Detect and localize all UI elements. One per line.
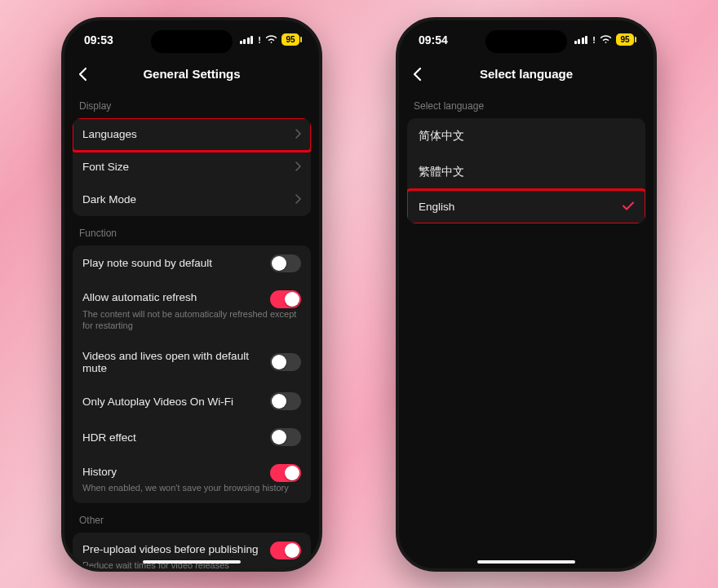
navbar: General Settings bbox=[64, 60, 319, 89]
dynamic-island bbox=[151, 30, 233, 53]
toggle-default-mute[interactable] bbox=[270, 353, 301, 371]
toggle-hdr[interactable] bbox=[270, 428, 301, 446]
row-sublabel: When enabled, we won't save your browsin… bbox=[82, 482, 289, 494]
function-group: Play note sound by default Allow automat… bbox=[73, 245, 311, 504]
section-function-label: Function bbox=[73, 216, 311, 245]
chevron-right-icon bbox=[295, 127, 301, 142]
row-label: Font Size bbox=[82, 161, 129, 173]
lang-option-english[interactable]: English bbox=[407, 190, 645, 223]
row-label: Dark Mode bbox=[82, 193, 136, 206]
wifi-icon bbox=[600, 34, 612, 46]
dynamic-island bbox=[485, 30, 567, 53]
page-title: General Settings bbox=[143, 67, 240, 81]
status-time: 09:54 bbox=[419, 33, 448, 46]
battery-icon: 95 bbox=[616, 33, 634, 46]
toggle-autoplay-wifi[interactable] bbox=[270, 392, 301, 410]
row-auto-refresh[interactable]: Allow automatic refresh The content will… bbox=[73, 281, 311, 342]
toggle-auto-refresh[interactable] bbox=[270, 290, 301, 308]
row-autoplay-wifi[interactable]: Only Autoplay Videos On Wi-Fi bbox=[73, 383, 311, 419]
check-icon bbox=[623, 201, 634, 213]
row-label: Only Autoplay Videos On Wi-Fi bbox=[82, 396, 233, 408]
content-scroll[interactable]: Select language 简体中文 繁體中文 English bbox=[399, 89, 654, 568]
lang-option-simplified[interactable]: 简体中文 bbox=[407, 118, 645, 154]
row-default-mute[interactable]: Videos and lives open with default mute bbox=[73, 341, 311, 383]
chevron-right-icon bbox=[295, 192, 301, 207]
lang-label: 繁體中文 bbox=[419, 165, 464, 179]
section-display-label: Display bbox=[73, 89, 311, 118]
cellular-icon bbox=[574, 36, 588, 44]
lang-label: English bbox=[419, 201, 454, 213]
home-indicator[interactable] bbox=[477, 560, 575, 564]
row-label: Languages bbox=[82, 128, 137, 140]
row-label: HDR effect bbox=[82, 431, 136, 444]
status-time: 09:53 bbox=[84, 33, 113, 46]
cellular-alert-icon: ! bbox=[592, 35, 596, 45]
row-label: Videos and lives open with default mute bbox=[82, 350, 270, 374]
section-other-label: Other bbox=[73, 503, 311, 533]
wifi-icon bbox=[265, 34, 277, 46]
chevron-right-icon bbox=[295, 160, 301, 175]
row-sublabel: The content will not be automatically re… bbox=[82, 308, 301, 333]
content-scroll[interactable]: Display Languages Font Size Dark Mode Fu… bbox=[64, 89, 319, 568]
lang-label: 简体中文 bbox=[419, 129, 464, 144]
row-languages[interactable]: Languages bbox=[73, 118, 311, 151]
cellular-icon bbox=[240, 36, 254, 44]
back-button[interactable] bbox=[74, 66, 91, 82]
section-select-language-label: Select language bbox=[407, 89, 645, 118]
page-title: Select language bbox=[480, 67, 573, 81]
battery-icon: 95 bbox=[281, 33, 299, 46]
row-label: Play note sound by default bbox=[82, 257, 212, 269]
row-play-note[interactable]: Play note sound by default bbox=[73, 245, 311, 281]
language-group: 简体中文 繁體中文 English bbox=[407, 118, 645, 223]
row-hdr[interactable]: HDR effect bbox=[73, 419, 311, 455]
row-label: History bbox=[82, 466, 117, 478]
phone-left: 09:53 ! 95 General Settings Display Lang… bbox=[61, 17, 322, 572]
display-group: Languages Font Size Dark Mode bbox=[73, 118, 311, 216]
home-indicator[interactable] bbox=[143, 560, 241, 564]
toggle-play-note[interactable] bbox=[270, 254, 301, 272]
toggle-history[interactable] bbox=[270, 464, 301, 482]
row-font-size[interactable]: Font Size bbox=[73, 151, 311, 183]
lang-option-traditional[interactable]: 繁體中文 bbox=[407, 154, 645, 190]
row-label: Pre-upload videos before publishing bbox=[82, 543, 258, 555]
toggle-preupload[interactable] bbox=[270, 542, 301, 559]
row-history[interactable]: History When enabled, we won't save your… bbox=[73, 455, 311, 503]
cellular-alert-icon: ! bbox=[258, 35, 261, 45]
navbar: Select language bbox=[399, 60, 654, 89]
phone-right: 09:54 ! 95 Select language Select langua… bbox=[396, 17, 657, 572]
row-label: Allow automatic refresh bbox=[82, 291, 197, 303]
row-dark-mode[interactable]: Dark Mode bbox=[73, 183, 311, 216]
back-button[interactable] bbox=[409, 66, 425, 82]
